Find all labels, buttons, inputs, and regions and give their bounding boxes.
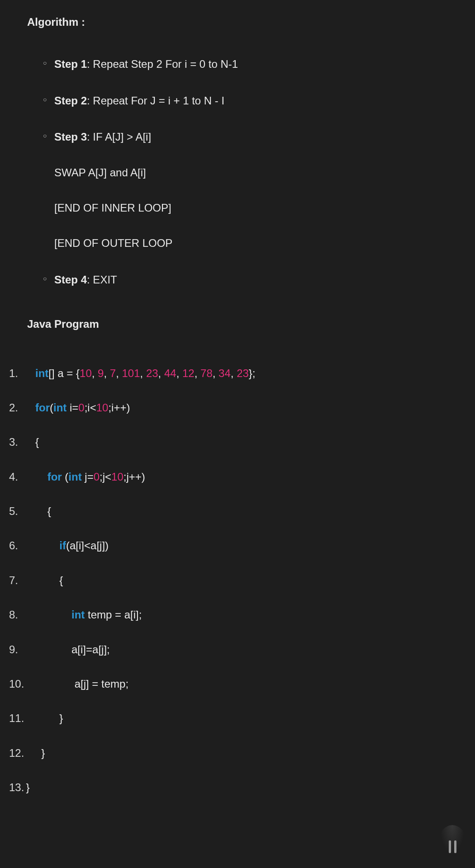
pause-icon bbox=[449, 840, 456, 853]
algorithm-step: Step 2: Repeat For J = i + 1 to N - I bbox=[43, 92, 457, 109]
code-content: { bbox=[35, 572, 63, 589]
code-line: 9. a[i]=a[j]; bbox=[9, 641, 475, 658]
scroll-to-top-button[interactable] bbox=[439, 825, 466, 857]
step-sub-line: [END OF OUTER LOOP bbox=[54, 235, 457, 252]
step-text: : EXIT bbox=[87, 274, 117, 286]
line-number: 9. bbox=[9, 641, 35, 658]
code-content: } bbox=[35, 710, 63, 727]
line-number: 5. bbox=[9, 503, 35, 520]
line-number: 2. bbox=[9, 399, 35, 416]
step-label: Step 1 bbox=[54, 58, 87, 70]
line-number: 12. bbox=[9, 745, 35, 762]
code-content: { bbox=[35, 434, 39, 451]
code-content: } bbox=[26, 779, 29, 796]
algorithm-step: Step 4: EXIT bbox=[43, 271, 457, 288]
algorithm-heading: Algorithm : bbox=[27, 14, 457, 31]
algorithm-step-list: Step 1: Repeat Step 2 For i = 0 to N-1St… bbox=[27, 56, 457, 288]
line-number: 13. bbox=[9, 779, 24, 796]
step-text: : Repeat Step 2 For i = 0 to N-1 bbox=[87, 58, 238, 70]
step-sub-block: SWAP A[J] and A[i][END OF INNER LOOP][EN… bbox=[54, 164, 457, 252]
code-content: int temp = a[i]; bbox=[35, 606, 142, 623]
step-text: : Repeat For J = i + 1 to N - I bbox=[87, 94, 224, 107]
line-number: 11. bbox=[9, 710, 35, 727]
algorithm-step: Step 1: Repeat Step 2 For i = 0 to N-1 bbox=[43, 56, 457, 73]
code-line: 7. { bbox=[9, 572, 475, 589]
step-label: Step 3 bbox=[54, 131, 87, 143]
line-number: 4. bbox=[9, 468, 35, 486]
step-sub-line: SWAP A[J] and A[i] bbox=[54, 164, 457, 181]
code-line: 11. } bbox=[9, 710, 475, 727]
step-label: Step 2 bbox=[54, 94, 87, 107]
line-number: 10. bbox=[9, 675, 35, 693]
algorithm-step: Step 3: IF A[J] > A[i]SWAP A[J] and A[i]… bbox=[43, 128, 457, 252]
code-content: if(a[i]<a[j]) bbox=[35, 537, 109, 554]
line-number: 3. bbox=[9, 434, 35, 451]
code-content: a[i]=a[j]; bbox=[35, 641, 110, 658]
line-number: 1. bbox=[9, 365, 35, 382]
line-number: 6. bbox=[9, 537, 35, 554]
code-line: 1.int[] a = {10, 9, 7, 101, 23, 44, 12, … bbox=[9, 365, 475, 382]
code-content: int[] a = {10, 9, 7, 101, 23, 44, 12, 78… bbox=[35, 365, 256, 382]
code-content: { bbox=[35, 503, 51, 520]
step-text: : IF A[J] > A[i] bbox=[87, 131, 151, 143]
code-line: 5. { bbox=[9, 503, 475, 520]
code-content: } bbox=[35, 745, 45, 762]
step-label: Step 4 bbox=[54, 274, 87, 286]
code-line: 12. } bbox=[9, 745, 475, 762]
code-content: a[j] = temp; bbox=[35, 675, 128, 693]
line-number: 7. bbox=[9, 572, 35, 589]
code-content: for (int j=0;j<10;j++) bbox=[35, 468, 145, 486]
code-line: 10. a[j] = temp; bbox=[9, 675, 475, 693]
code-line: 8. int temp = a[i]; bbox=[9, 606, 475, 623]
code-line: 4. for (int j=0;j<10;j++) bbox=[9, 468, 475, 486]
code-line: 6. if(a[i]<a[j]) bbox=[9, 537, 475, 554]
code-line: 2.for(int i=0;i<10;i++) bbox=[9, 399, 475, 416]
code-content: for(int i=0;i<10;i++) bbox=[35, 399, 130, 416]
code-line: 3.{ bbox=[9, 434, 475, 451]
java-program-heading: Java Program bbox=[27, 316, 457, 333]
step-sub-line: [END OF INNER LOOP] bbox=[54, 199, 457, 217]
code-line: 13.} bbox=[9, 779, 475, 796]
java-code-block: 1.int[] a = {10, 9, 7, 101, 23, 44, 12, … bbox=[0, 365, 475, 797]
line-number: 8. bbox=[9, 606, 35, 623]
